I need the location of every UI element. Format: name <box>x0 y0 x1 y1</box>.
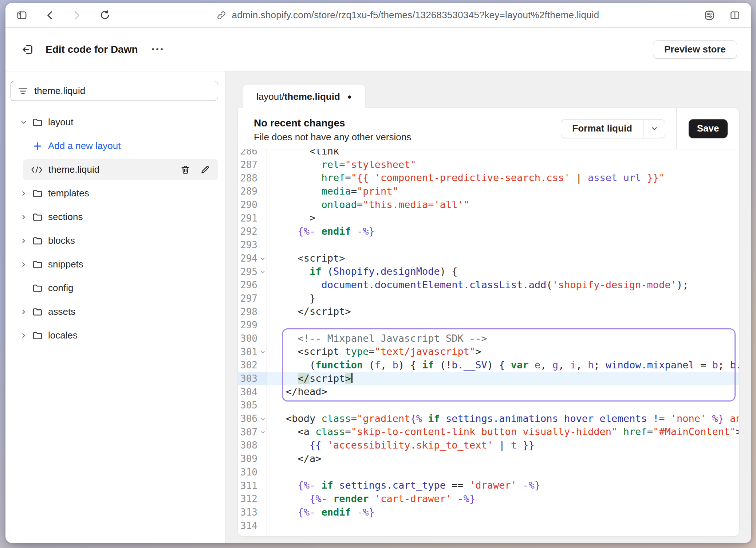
file-search-box[interactable] <box>11 81 218 101</box>
split-view-icon[interactable] <box>729 9 741 21</box>
code-line-313[interactable]: 313 {%- endif -%} <box>238 506 739 519</box>
code-text[interactable]: <script type="text/javascript"> <box>267 345 739 359</box>
code-text[interactable]: media="print" <box>267 185 739 198</box>
code-text[interactable]: document.documentElement.classList.add('… <box>267 278 739 292</box>
code-line-296[interactable]: 296 document.documentElement.classList.a… <box>238 278 739 292</box>
code-text[interactable]: (function (f, b) { if (!b.__SV) { var e,… <box>267 359 739 372</box>
exit-editor-icon[interactable] <box>21 43 34 56</box>
code-line-304[interactable]: 304</head> <box>238 385 739 399</box>
chevron-right-icon[interactable] <box>19 189 28 198</box>
code-text[interactable] <box>267 519 739 532</box>
chevron-right-icon[interactable] <box>19 308 28 316</box>
code-line-286[interactable]: 286 <link <box>238 149 739 158</box>
code-text[interactable]: {%- endif -%} <box>267 225 739 238</box>
code-text[interactable]: </script> <box>267 372 739 385</box>
code-line-290[interactable]: 290 onload="this.media='all'" <box>238 198 739 212</box>
code-line-289[interactable]: 289 media="print" <box>238 185 739 198</box>
fold-toggle[interactable] <box>260 416 266 422</box>
sidebar-item-snippets[interactable]: snippets <box>5 253 225 276</box>
sidebar-item-sections[interactable]: sections <box>5 205 225 229</box>
delete-file-button[interactable] <box>180 165 190 175</box>
code-line-291[interactable]: 291 > <box>238 211 739 225</box>
sidebar-item-templates[interactable]: templates <box>5 181 225 205</box>
sidebar-item-config[interactable]: config <box>5 276 225 300</box>
code-line-293[interactable]: 293 <box>238 238 739 252</box>
code-text[interactable]: <a class="skip-to-content-link button vi… <box>267 425 739 439</box>
chevron-right-icon[interactable] <box>19 236 28 245</box>
search-input[interactable] <box>34 85 211 97</box>
back-icon[interactable] <box>43 9 56 21</box>
sidebar-item-assets[interactable]: assets <box>5 300 225 324</box>
code-line-308[interactable]: 308 {{ 'accessibility.skip_to_text' | t … <box>238 439 739 452</box>
format-liquid-button[interactable]: Format liquid <box>561 119 665 138</box>
code-line-298[interactable]: 298 </script> <box>238 305 739 318</box>
code-text[interactable]: if (Shopify.designMode) { <box>267 265 739 278</box>
code-line-307[interactable]: 307 <a class="skip-to-content-link butto… <box>238 425 739 439</box>
code-text[interactable]: {%- if settings.cart_type == 'drawer' -%… <box>267 479 739 492</box>
code-text[interactable]: <script> <box>267 252 739 265</box>
code-text[interactable]: {%- endif -%} <box>267 506 739 519</box>
forward-icon[interactable] <box>71 9 83 21</box>
code-text[interactable]: <link <box>267 149 739 158</box>
code-text[interactable]: rel="stylesheet" <box>267 158 739 172</box>
rename-file-button[interactable] <box>200 165 210 175</box>
code-line-297[interactable]: 297 } <box>238 292 739 305</box>
chevron-right-icon[interactable] <box>19 331 28 340</box>
code-line-287[interactable]: 287 rel="stylesheet" <box>238 158 739 172</box>
code-line-295[interactable]: 295 if (Shopify.designMode) { <box>238 265 739 278</box>
code-line-292[interactable]: 292 {%- endif -%} <box>238 225 739 238</box>
code-text[interactable]: > <box>267 211 739 225</box>
sidebar-item-layout[interactable]: layout <box>5 110 225 134</box>
code-text[interactable]: </head> <box>267 385 739 399</box>
browser-settings-icon[interactable] <box>703 9 716 21</box>
code-line-311[interactable]: 311 {%- if settings.cart_type == 'drawer… <box>238 479 739 492</box>
preview-store-button[interactable]: Preview store <box>653 40 737 59</box>
code-line-294[interactable]: 294 <script> <box>238 252 739 265</box>
fold-toggle[interactable] <box>260 256 266 262</box>
code-line-312[interactable]: 312 {%- render 'cart-drawer' -%} <box>238 492 739 506</box>
code-text[interactable]: </a> <box>267 452 739 466</box>
code-line-309[interactable]: 309 </a> <box>238 452 739 466</box>
code-text[interactable] <box>267 466 739 479</box>
format-options-caret[interactable] <box>643 120 665 138</box>
code-text[interactable]: } <box>267 292 739 305</box>
fold-toggle[interactable] <box>260 269 266 275</box>
fold-toggle[interactable] <box>260 429 266 435</box>
sidebar-toggle-icon[interactable] <box>16 9 28 21</box>
chevron-right-icon[interactable] <box>19 260 28 269</box>
code-line-305[interactable]: 305 <box>238 399 739 412</box>
code-text[interactable]: <body class="gradient{% if settings.anim… <box>267 412 739 426</box>
code-text[interactable]: {{ 'accessibility.skip_to_text' | t }} <box>267 439 739 452</box>
sidebar-item-add-a-new-layout[interactable]: Add a new layout <box>5 134 225 158</box>
code-text[interactable] <box>267 238 739 252</box>
code-line-300[interactable]: 300 <!-- Mixpanel Javascript SDK --> <box>238 332 739 345</box>
chevron-down-icon[interactable] <box>19 118 28 127</box>
reload-icon[interactable] <box>99 9 111 21</box>
code-text[interactable]: {%- render 'cart-drawer' -%} <box>267 492 739 506</box>
code-text[interactable]: onload="this.media='all'" <box>267 198 739 212</box>
tab-layout-theme-liquid[interactable]: layout/theme.liquid ● <box>243 85 365 109</box>
format-liquid-label[interactable]: Format liquid <box>561 120 643 138</box>
chevron-right-icon[interactable] <box>19 213 28 222</box>
code-line-314[interactable]: 314 <box>238 519 739 532</box>
code-line-303[interactable]: 303 </script> <box>238 372 739 385</box>
code-text[interactable]: <!-- Mixpanel Javascript SDK --> <box>267 332 739 345</box>
sidebar-item-locales[interactable]: locales <box>5 324 225 347</box>
code-line-299[interactable]: 299 <box>238 318 739 332</box>
sidebar-item-blocks[interactable]: blocks <box>5 229 225 253</box>
sidebar-item-theme-liquid[interactable]: theme.liquid <box>23 159 218 180</box>
code-text[interactable] <box>267 399 739 412</box>
save-button[interactable]: Save <box>689 119 728 138</box>
code-line-302[interactable]: 302 (function (f, b) { if (!b.__SV) { va… <box>238 359 739 372</box>
code-line-288[interactable]: 288 href="{{ 'component-predictive-searc… <box>238 171 739 185</box>
code-text[interactable]: </script> <box>267 305 739 318</box>
code-text[interactable]: href="{{ 'component-predictive-search.cs… <box>267 171 739 185</box>
address-bar[interactable]: admin.shopify.com/store/rzq1xu-f5/themes… <box>111 9 703 21</box>
code-line-301[interactable]: 301 <script type="text/javascript"> <box>238 345 739 359</box>
code-line-306[interactable]: 306<body class="gradient{% if settings.a… <box>238 412 739 426</box>
fold-toggle[interactable] <box>260 349 266 355</box>
more-menu-button[interactable]: ••• <box>152 45 165 54</box>
code-text[interactable] <box>267 318 739 332</box>
code-editor[interactable]: 286 <link287 rel="stylesheet"288 href="{… <box>238 149 739 536</box>
code-line-310[interactable]: 310 <box>238 466 739 479</box>
